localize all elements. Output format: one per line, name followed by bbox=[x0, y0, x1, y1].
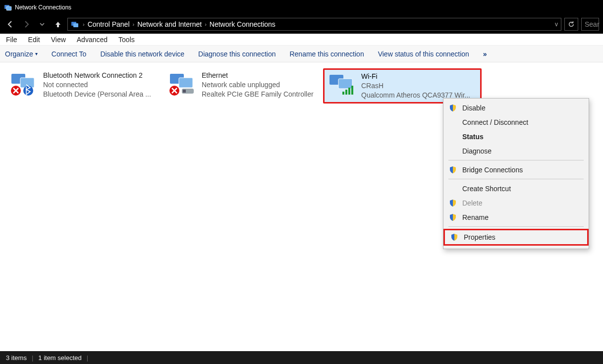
separator bbox=[448, 179, 584, 179]
connection-device: Bluetooth Device (Personal Area ... bbox=[43, 90, 151, 99]
folder-icon bbox=[71, 20, 80, 28]
ctx-delete: Delete bbox=[443, 196, 589, 210]
status-bar: 3 items | 1 item selected | bbox=[0, 351, 603, 364]
navbar: › Control Panel › Network and Internet ›… bbox=[0, 15, 603, 34]
shield-icon bbox=[450, 233, 459, 241]
search-input[interactable]: Sear bbox=[581, 18, 599, 31]
shield-icon bbox=[448, 104, 457, 112]
ctx-bridge[interactable]: Bridge Connections bbox=[443, 162, 589, 177]
svg-rect-9 bbox=[179, 78, 193, 88]
rename-button[interactable]: Rename this connection bbox=[289, 50, 364, 58]
content-area: Bluetooth Network Connection 2 Not conne… bbox=[0, 62, 603, 351]
ctx-disable[interactable]: Disable bbox=[443, 101, 589, 115]
chevron-right-icon: › bbox=[83, 21, 85, 27]
svg-rect-1 bbox=[6, 6, 11, 10]
separator bbox=[448, 160, 584, 160]
connect-to-button[interactable]: Connect To bbox=[52, 50, 87, 58]
divider: | bbox=[87, 354, 88, 362]
ctx-connect[interactable]: Connect / Disconnect bbox=[443, 115, 589, 129]
breadcrumb-item[interactable]: Network Connections bbox=[210, 20, 275, 28]
refresh-button[interactable] bbox=[564, 18, 578, 31]
status-selected: 1 item selected bbox=[38, 354, 81, 362]
menu-advanced[interactable]: Advanced bbox=[75, 35, 110, 45]
svg-rect-3 bbox=[73, 23, 78, 27]
connection-text: Wi-Fi CRasH Qualcomm Atheros QCA9377 Wir… bbox=[361, 72, 470, 100]
network-icon bbox=[168, 71, 198, 97]
recent-dropdown[interactable] bbox=[36, 18, 49, 31]
svg-rect-12 bbox=[183, 90, 186, 93]
ctx-status[interactable]: Status bbox=[443, 129, 589, 144]
chevron-right-icon: › bbox=[133, 21, 135, 27]
command-bar: Organize ▾ Connect To Disable this netwo… bbox=[0, 46, 603, 62]
shield-icon bbox=[448, 166, 457, 174]
chevron-down-icon[interactable]: v bbox=[555, 21, 558, 28]
chevron-down-icon: ▾ bbox=[35, 51, 38, 56]
chevron-right-icon: › bbox=[205, 21, 207, 27]
connection-device: Realtek PCIe GBE Family Controller bbox=[202, 90, 314, 99]
disable-device-button[interactable]: Disable this network device bbox=[100, 50, 184, 58]
ctx-properties[interactable]: Properties bbox=[443, 229, 589, 246]
connection-status: Not connected bbox=[43, 80, 151, 90]
divider: | bbox=[32, 354, 33, 362]
address-bar[interactable]: › Control Panel › Network and Internet ›… bbox=[67, 18, 561, 31]
connection-text: Bluetooth Network Connection 2 Not conne… bbox=[43, 71, 151, 101]
view-status-button[interactable]: View status of this connection bbox=[378, 50, 469, 58]
svg-rect-16 bbox=[345, 90, 347, 95]
menu-view[interactable]: View bbox=[49, 35, 68, 45]
status-count: 3 items bbox=[6, 354, 27, 362]
menubar: File Edit View Advanced Tools bbox=[0, 34, 603, 46]
separator bbox=[448, 226, 584, 227]
connection-status: CRasH bbox=[361, 81, 470, 91]
ctx-diagnose[interactable]: Diagnose bbox=[443, 144, 589, 158]
connection-item-ethernet[interactable]: Ethernet Network cable unplugged Realtek… bbox=[164, 68, 318, 104]
titlebar: Network Connections bbox=[0, 0, 603, 15]
diagnose-button[interactable]: Diagnose this connection bbox=[198, 50, 275, 58]
breadcrumb-item[interactable]: Network and Internet bbox=[137, 20, 202, 28]
search-placeholder: Sear bbox=[585, 20, 600, 28]
ctx-rename[interactable]: Rename bbox=[443, 210, 589, 224]
connection-item-bluetooth[interactable]: Bluetooth Network Connection 2 Not conne… bbox=[6, 68, 160, 104]
menu-file[interactable]: File bbox=[4, 35, 19, 45]
breadcrumb-item[interactable]: Control Panel bbox=[88, 20, 130, 28]
menu-tools[interactable]: Tools bbox=[116, 35, 137, 45]
connection-name: Ethernet bbox=[202, 71, 314, 80]
connection-text: Ethernet Network cable unplugged Realtek… bbox=[202, 71, 314, 101]
ctx-create-shortcut[interactable]: Create Shortcut bbox=[443, 181, 589, 196]
network-icon bbox=[328, 72, 357, 98]
shield-icon bbox=[448, 213, 457, 221]
back-button[interactable] bbox=[4, 18, 17, 31]
window: Network Connections › Control Panel › Ne… bbox=[0, 0, 603, 364]
connection-name: Wi-Fi bbox=[361, 72, 470, 81]
connection-status: Network cable unplugged bbox=[202, 80, 314, 90]
shield-icon bbox=[448, 199, 457, 207]
connection-name: Bluetooth Network Connection 2 bbox=[43, 71, 151, 80]
window-title: Network Connections bbox=[15, 4, 71, 11]
network-icon bbox=[9, 71, 39, 97]
more-button[interactable]: » bbox=[483, 50, 488, 58]
context-menu: Disable Connect / Disconnect Status Diag… bbox=[443, 98, 589, 249]
svg-rect-14 bbox=[338, 79, 352, 89]
forward-button[interactable] bbox=[20, 18, 33, 31]
svg-rect-17 bbox=[348, 88, 350, 95]
window-icon bbox=[4, 3, 12, 11]
up-button[interactable] bbox=[52, 18, 64, 31]
organize-button[interactable]: Organize ▾ bbox=[5, 50, 38, 58]
svg-rect-18 bbox=[351, 86, 353, 95]
svg-rect-15 bbox=[342, 92, 344, 95]
menu-edit[interactable]: Edit bbox=[26, 35, 42, 45]
